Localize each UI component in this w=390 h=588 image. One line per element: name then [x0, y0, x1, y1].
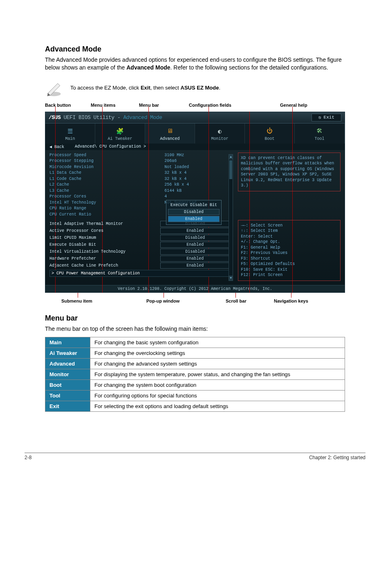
tab-main-label: Main	[65, 137, 75, 141]
annot-popup-window: Pop-up window	[146, 298, 179, 303]
table-head-cell: Advanced	[45, 358, 90, 369]
nav-key-line: +/-: Change Opt.	[241, 239, 338, 245]
annot-general-help: General help	[280, 103, 307, 108]
static-info-row: Microcode RevisionNot loaded	[49, 164, 230, 171]
tab-main[interactable]: ☰Main	[45, 123, 95, 144]
config-row[interactable]: Limit CPUID MaximumDisabled	[49, 235, 230, 241]
tab-ai-tweaker[interactable]: 🧩Ai Tweaker	[95, 123, 145, 144]
bios-right-pane: XD can prevent certain classes of malici…	[234, 150, 345, 285]
table-row: MonitorFor displaying the system tempera…	[45, 369, 345, 379]
config-field[interactable]: Disabled	[160, 235, 230, 241]
info-label: L3 Cache	[49, 189, 164, 194]
table-row: AdvancedFor changing the advanced system…	[45, 358, 345, 369]
popup-title: Execute Disable Bit	[168, 202, 220, 208]
note-mid: , then select	[150, 85, 181, 91]
static-info-row: Processor Cores4	[49, 194, 230, 200]
static-info-row: L2 Cache256 kB x 4	[49, 182, 230, 188]
info-label: L1 Data Cache	[49, 171, 164, 176]
annot-menu-items: Menu items	[91, 103, 116, 108]
page-footer: 2-8 Chapter 2: Getting started	[25, 453, 365, 460]
table-row: ExitFor selecting the exit options and l…	[45, 401, 345, 411]
config-row[interactable]: Hardware PrefetcherEnabled	[49, 256, 230, 262]
gauge-icon: ◐	[197, 128, 243, 135]
nav-key-line: F12: Print Screen	[241, 272, 338, 278]
bios-tabs: ☰Main 🧩Ai Tweaker 🖥Advanced ◐Monitor ⏻Bo…	[45, 123, 345, 144]
exit-button[interactable]: ⎋ Exit	[312, 114, 341, 121]
config-field[interactable]: Disabled	[160, 249, 230, 255]
table-desc-cell: For changing the system boot configurati…	[90, 379, 345, 390]
table-desc-cell: For changing the advanced system setting…	[90, 358, 345, 369]
annot-nav-keys: Navigation keys	[274, 298, 308, 303]
popup-item[interactable]: Enabled	[168, 216, 220, 222]
config-row[interactable]: Adjacent Cache Line PrefetchEnabled	[49, 263, 230, 269]
tab-adv-label: Advanced	[160, 137, 179, 141]
table-desc-cell: For selecting the exit options and loadi…	[90, 401, 345, 411]
para-bold: Advanced Mode	[126, 64, 170, 71]
logo-rest2: Advanced Mode	[123, 114, 162, 121]
config-label: Intel Virtualization Technology	[49, 249, 160, 254]
info-value: 32 kB x 4	[164, 171, 230, 176]
nav-key-line: F2: Previous Values	[241, 250, 338, 256]
popup-execute-disable-bit: Execute Disable Bit DisabledEnabled	[166, 200, 222, 225]
scroll-down-arrow[interactable]: ▼	[229, 276, 233, 281]
nav-key-line: Enter: Select	[241, 234, 338, 240]
config-label: Adjacent Cache Line Prefetch	[49, 263, 160, 268]
exit-label: Exit	[324, 115, 334, 120]
table-head-cell: Tool	[45, 390, 90, 401]
note-tail: .	[219, 85, 220, 91]
pencil-note-icon	[45, 79, 63, 97]
logo-brand: /SUS	[49, 114, 61, 121]
scroll-up-arrow[interactable]: ▲	[229, 155, 233, 159]
tool-icon: 🛠	[296, 128, 343, 135]
table-row: BootFor changing the system boot configu…	[45, 379, 345, 390]
config-row[interactable]: Execute Disable BitEnabled	[49, 242, 230, 248]
config-field[interactable]: Enabled	[160, 242, 230, 248]
table-head-cell: Ai Tweaker	[45, 348, 90, 358]
tab-advanced[interactable]: 🖥Advanced	[145, 123, 195, 144]
popup-item[interactable]: Disabled	[168, 209, 220, 215]
table-head-cell: Monitor	[45, 369, 90, 379]
section-title-menu-bar: Menu bar	[45, 314, 345, 323]
config-label: Limit CPUID Maximum	[49, 236, 160, 240]
tab-boot[interactable]: ⏻Boot	[245, 123, 295, 144]
annot-menu-bar: Menu bar	[139, 103, 159, 108]
table-desc-cell: For configuring options for special func…	[90, 390, 345, 401]
static-info-row: L1 Code Cache32 kB x 4	[49, 176, 230, 182]
config-field[interactable]: Enabled	[160, 228, 230, 234]
table-row: MainFor changing the basic system config…	[45, 337, 345, 348]
static-info-row: L3 Cache6144 kB	[49, 188, 230, 194]
config-label: Hardware Prefetcher	[49, 256, 160, 261]
scroll-thumb[interactable]	[229, 160, 232, 179]
config-row[interactable]: Active Processor CoresEnabled	[49, 228, 230, 234]
bottom-annotations: Submenu item Pop-up window Scroll bar Na…	[45, 293, 345, 305]
config-field[interactable]: Enabled	[160, 263, 230, 269]
nav-key-line: F10: Save ESC: Exit	[241, 267, 338, 273]
tab-monitor[interactable]: ◐Monitor	[195, 123, 245, 144]
tab-tool[interactable]: 🛠Tool	[295, 123, 345, 144]
nav-key-line: F1: General Help	[241, 245, 338, 251]
config-label: Intel Adaptive Thermal Monitor	[49, 222, 160, 226]
menubar-intro: The menu bar on top of the screen has th…	[45, 325, 345, 333]
back-button[interactable]: ◀ Back	[49, 144, 64, 149]
top-annotations: Back button Menu items Menu bar Configur…	[45, 103, 345, 112]
info-label: Processor Speed	[49, 153, 164, 158]
submenu-cpu-power-mgmt[interactable]: > CPU Power Management Configuration	[49, 270, 230, 277]
help-text-box: XD can prevent certain classes of malici…	[238, 153, 341, 191]
static-info-row: Processor Speed3100 MHz	[49, 153, 230, 159]
scrollbar[interactable]: ▲ ▼	[229, 154, 233, 281]
chapter-label: Chapter 2: Getting started	[309, 455, 365, 460]
bios-titlebar: /SUS UEFI BIOS Utility - Advanced Mode ⎋…	[45, 112, 345, 123]
config-field[interactable]: Enabled	[160, 256, 230, 262]
section-title-advanced-mode: Advanced Mode	[45, 45, 345, 54]
menubar-table: MainFor changing the basic system config…	[45, 337, 345, 412]
info-value: 6144 kB	[164, 189, 230, 194]
bios-screenshot: /SUS UEFI BIOS Utility - Advanced Mode ⎋…	[45, 112, 345, 293]
table-desc-cell: For changing the basic system configurat…	[90, 337, 345, 348]
list-icon: ☰	[47, 128, 93, 135]
nav-keys-box: →←: Select Screen↑↓: Select ItemEnter: S…	[238, 220, 341, 281]
config-label: Active Processor Cores	[49, 229, 160, 233]
info-value: 4	[164, 194, 230, 200]
config-row[interactable]: Intel Virtualization TechnologyDisabled	[49, 249, 230, 255]
para-tail: . Refer to the following sections for th…	[170, 64, 328, 71]
config-label: Execute Disable Bit	[49, 242, 160, 247]
